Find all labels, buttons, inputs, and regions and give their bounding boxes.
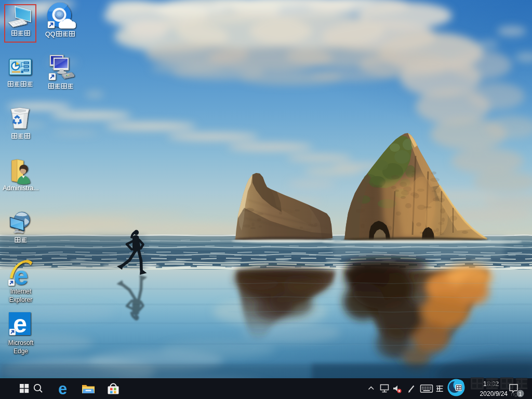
svg-text:e: e xyxy=(58,380,67,398)
svg-text:2020/9/24: 2020/9/24 xyxy=(480,390,508,397)
svg-text:1: 1 xyxy=(519,391,522,397)
